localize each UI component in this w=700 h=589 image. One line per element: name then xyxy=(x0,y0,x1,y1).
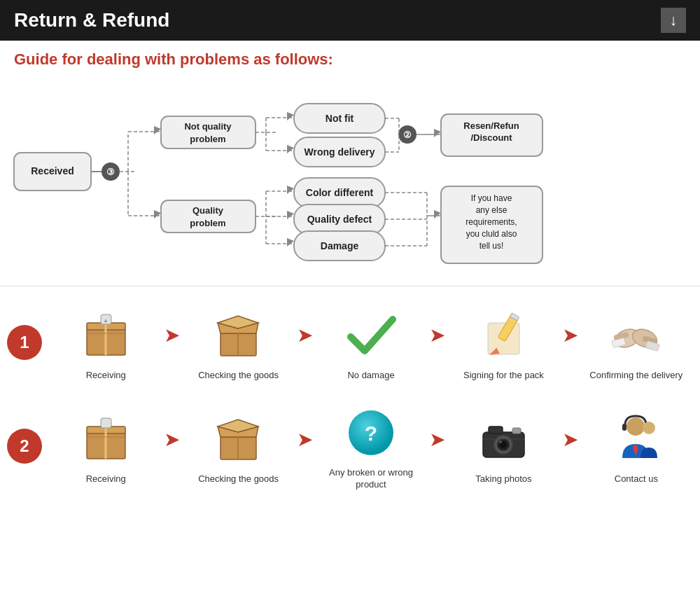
step-1-label-receiving: Receiving xyxy=(86,370,126,382)
svg-text:If you have: If you have xyxy=(471,193,512,203)
svg-rect-103 xyxy=(512,428,521,434)
arrow-1-4: ➤ xyxy=(562,324,578,361)
step-2-label-receiving: Receiving xyxy=(86,473,126,485)
step-1-label-signing: Signing for the pack xyxy=(463,370,544,382)
box-open-icon-1 xyxy=(207,304,270,367)
svg-marker-50 xyxy=(434,129,441,137)
svg-text:you cluld also: you cluld also xyxy=(466,229,517,239)
svg-point-105 xyxy=(626,417,645,436)
step-2-label-broken: Any broken or wrong product xyxy=(314,467,428,491)
arrow-1-2: ➤ xyxy=(297,324,313,361)
svg-text:Quality: Quality xyxy=(192,205,224,216)
step-number-1: 1 xyxy=(7,325,42,360)
svg-text:Not fit: Not fit xyxy=(326,113,354,124)
flowchart-section: Received ③ Not quality problem Quality p… xyxy=(0,76,700,286)
box-open-icon-2 xyxy=(207,408,270,471)
svg-marker-11 xyxy=(154,210,161,219)
svg-text:problem: problem xyxy=(190,134,225,144)
svg-text:Damage: Damage xyxy=(321,240,359,251)
step-1-label-nodamage: No damage xyxy=(347,370,394,382)
step-number-2: 2 xyxy=(7,429,42,464)
svg-text:Received: Received xyxy=(31,165,74,176)
svg-text:Resen/Refun: Resen/Refun xyxy=(463,120,519,131)
guide-title: Guide for dealing with problems as follo… xyxy=(0,41,700,76)
svg-rect-102 xyxy=(489,427,503,434)
svg-text:▲: ▲ xyxy=(103,317,108,324)
step-1-item-nodamage: No damage xyxy=(314,304,428,382)
step-2-label-contact: Contact us xyxy=(615,473,658,485)
svg-text:Wrong delivery: Wrong delivery xyxy=(304,146,375,158)
step-1-item-confirming: Confirming the delivery xyxy=(580,304,693,382)
header-arrow-icon: ↓ xyxy=(661,8,686,33)
step-1-item-signing: Signing for the pack xyxy=(447,304,560,382)
svg-text:any else: any else xyxy=(476,205,507,215)
flowchart-svg: Received ③ Not quality problem Quality p… xyxy=(7,76,693,279)
svg-rect-107 xyxy=(622,424,626,431)
svg-marker-36 xyxy=(287,238,294,247)
svg-text:/Discount: /Discount xyxy=(470,132,512,143)
svg-text:tell us!: tell us! xyxy=(479,241,504,251)
pencil-icon xyxy=(472,304,535,367)
step-2-item-contact: Contact us xyxy=(580,408,693,485)
step-1-item-receiving: ▲ Receiving xyxy=(49,304,162,382)
box-closed-icon-1: ▲ xyxy=(74,304,137,367)
page-header: Return & Refund ↓ xyxy=(0,0,700,41)
svg-rect-90 xyxy=(101,418,111,428)
svg-text:②: ② xyxy=(403,130,412,140)
svg-marker-35 xyxy=(287,211,294,219)
handshake-icon xyxy=(605,304,668,367)
svg-rect-85 xyxy=(646,341,660,351)
svg-text:Quality defect: Quality defect xyxy=(307,214,372,225)
arrow-2-4: ➤ xyxy=(562,428,578,465)
svg-text:Not quality: Not quality xyxy=(184,121,232,132)
steps-section: 1 ▲ Receiving ➤ xyxy=(0,286,700,495)
arrow-1-3: ➤ xyxy=(429,324,445,361)
arrow-2-1: ➤ xyxy=(164,428,180,465)
svg-marker-10 xyxy=(154,126,161,134)
svg-marker-34 xyxy=(287,186,294,194)
step-row-2: 2 Receiving ➤ xyxy=(7,397,693,495)
step-2-item-checking: Checking the goods xyxy=(181,408,295,485)
step-1-item-checking: Checking the goods xyxy=(181,304,295,382)
question-icon: ? xyxy=(340,401,402,464)
svg-point-101 xyxy=(499,441,502,443)
step-1-label-checking: Checking the goods xyxy=(198,370,279,382)
svg-text:Color different: Color different xyxy=(306,187,374,198)
svg-text:requirements,: requirements, xyxy=(465,217,517,227)
arrow-1-1: ➤ xyxy=(164,324,180,361)
step-row-1: 1 ▲ Receiving ➤ xyxy=(7,293,693,391)
camera-icon xyxy=(472,408,535,471)
step-2-item-broken: ? Any broken or wrong product xyxy=(314,401,428,491)
arrow-2-3: ➤ xyxy=(429,428,445,465)
svg-text:?: ? xyxy=(365,422,377,445)
page-title: Return & Refund xyxy=(14,9,169,32)
step-1-label-confirming: Confirming the delivery xyxy=(589,370,682,382)
svg-point-109 xyxy=(643,422,655,434)
svg-text:problem: problem xyxy=(190,218,225,228)
svg-text:③: ③ xyxy=(106,167,115,177)
step-1-items: ▲ Receiving ➤ Checking the goods xyxy=(49,304,693,382)
step-2-items: Receiving ➤ Checking the goods ➤ xyxy=(49,401,693,491)
step-2-label-checking: Checking the goods xyxy=(198,473,279,485)
svg-marker-23 xyxy=(287,112,294,120)
person-icon xyxy=(605,408,668,471)
step-2-item-receiving: Receiving xyxy=(49,408,162,485)
step-2-item-photos: Taking photos xyxy=(447,408,560,485)
svg-marker-24 xyxy=(287,145,294,153)
checkmark-icon xyxy=(340,304,402,367)
arrow-2-2: ➤ xyxy=(297,428,313,465)
svg-marker-59 xyxy=(434,210,441,219)
box-closed-icon-2 xyxy=(74,408,137,471)
step-2-label-photos: Taking photos xyxy=(475,473,531,485)
